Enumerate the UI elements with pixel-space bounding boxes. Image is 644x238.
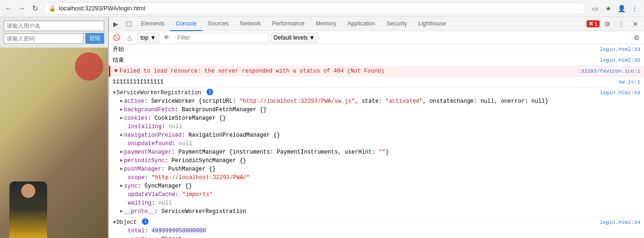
sw-prop-onupdatefound: onupdatefound : null	[113, 140, 640, 148]
sw-prop-navpreload: ▶ navigationPreload : NavigationPreloadM…	[113, 131, 640, 140]
lock-icon: 🔒	[49, 5, 56, 12]
sw-prop-push: ▶ pushManager : PushManager {}	[113, 165, 640, 173]
default-levels-select[interactable]: Default levels ▼	[271, 33, 318, 43]
levels-dropdown-arrow: ▼	[309, 34, 315, 41]
log-text: 开始	[113, 45, 595, 54]
eye-icon-button[interactable]: 👁	[161, 32, 173, 43]
image-decoration	[75, 52, 103, 81]
more-button[interactable]: ⋮	[629, 3, 640, 14]
toolbar-right: ✖ 1 ⚙ ⋮ ✕	[586, 17, 644, 31]
expand-arrow[interactable]: ▶	[110, 91, 118, 94]
context-select[interactable]: top ▼	[137, 33, 159, 43]
sw-prop-periodicsync: ▶ periodicSync : PeriodicSyncManager {}	[113, 156, 640, 165]
tab-lighthouse[interactable]: Lighthouse	[413, 17, 452, 31]
sw-prop-active: ▶ active : ServiceWorker {scriptURL: "ht…	[113, 97, 640, 106]
error-badge: ✖ 1	[586, 20, 600, 27]
error-text: Failed to load resource: the server resp…	[120, 67, 573, 75]
service-worker-registration-block: ▶ ServiceWorkerRegistration i login.html…	[109, 88, 644, 217]
username-input[interactable]	[4, 21, 104, 31]
sw-reg-source[interactable]: login.html:53	[600, 89, 640, 97]
forward-button[interactable]: →	[17, 4, 26, 13]
console-error-line: ✖ Failed to load resource: the server re…	[109, 66, 644, 77]
tab-application[interactable]: Application	[342, 17, 381, 31]
tab-performance[interactable]: Performance	[266, 17, 310, 31]
browser-chrome: ← → ↻ 🔒 localhost:32293/PWA/login.html ▭…	[0, 0, 644, 17]
reload-button[interactable]: ↻	[30, 4, 40, 13]
info-icon-obj: i	[142, 218, 149, 225]
settings-button[interactable]: ⚙	[601, 17, 614, 31]
obj-total-val: 4999999950000000	[151, 227, 206, 235]
console-settings-button[interactable]: ⚙	[631, 32, 642, 43]
devtools-panel: ▶ ☐ Elements Console Sources Network Per…	[108, 17, 644, 238]
inspect-element-button[interactable]: ▶	[109, 17, 122, 31]
expand-arrow-nav[interactable]: ▶	[120, 131, 123, 140]
image-head	[21, 184, 35, 198]
expand-arrow-bg[interactable]: ▶	[120, 106, 123, 114]
main-area: 登陆 ▶ ☐ Elements Console Sources	[0, 17, 644, 238]
tab-network[interactable]: Network	[234, 17, 266, 31]
expand-arrow-sync[interactable]: ▶	[120, 182, 123, 190]
obj-source[interactable]: login.html:34	[600, 218, 640, 227]
bookmark-button[interactable]: ★	[603, 3, 614, 14]
console-log-line: 111111111111111 sw.js:1	[109, 77, 644, 88]
address-bar[interactable]: 🔒 localhost:32293/PWA/login.html	[43, 2, 586, 15]
log-source-3[interactable]: sw.js:1	[619, 78, 640, 86]
back-button[interactable]: ←	[4, 4, 13, 13]
error-circle-icon: ✖	[114, 67, 118, 75]
error-source[interactable]: :32293/favicon.ico:1	[578, 67, 640, 75]
obj-prop-proto: ▶ __proto__ : Object	[113, 235, 640, 238]
expand-arrow-payment[interactable]: ▶	[120, 148, 123, 156]
console-output[interactable]: 开始 login.html:33 结束 login.html:35 ✖ Fail…	[109, 44, 644, 238]
account-button[interactable]: 👤	[616, 3, 627, 14]
filter-input[interactable]	[174, 33, 269, 43]
more-options-button[interactable]: ⋮	[615, 17, 628, 31]
expand-arrow-cookies[interactable]: ▶	[120, 114, 123, 123]
tab-elements[interactable]: Elements	[135, 17, 170, 31]
log-text: 111111111111111	[113, 78, 614, 86]
sw-prop-installing: installing : null	[113, 123, 640, 131]
error-count: 1	[594, 21, 597, 27]
sw-prop-cookies: ▶ cookies : CookieStoreManager {}	[113, 114, 640, 123]
tab-security[interactable]: Security	[381, 17, 413, 31]
tab-sources[interactable]: Sources	[202, 17, 234, 31]
tab-memory[interactable]: Memory	[310, 17, 342, 31]
console-toolbar: 🚫 △ top ▼ 👁 Default levels ▼ ⚙	[109, 31, 644, 44]
password-input[interactable]	[4, 33, 83, 44]
close-devtools-button[interactable]: ✕	[629, 17, 642, 31]
tab-console[interactable]: Console	[170, 17, 202, 31]
login-button[interactable]: 登陆	[85, 33, 104, 44]
clear-console-button[interactable]: 🚫	[111, 32, 122, 43]
sw-reg-label: ServiceWorkerRegistration	[116, 89, 205, 97]
context-label: top	[140, 34, 149, 41]
cast-icon-btn[interactable]: ▭	[589, 3, 601, 14]
sw-prop-sync: ▶ sync : SyncManager {}	[113, 182, 640, 190]
error-icon: ✖	[589, 21, 593, 27]
webpage-image	[0, 48, 108, 238]
url-text: localhost:32293/PWA/login.html	[59, 5, 145, 12]
sw-prop-scope: scope : "http://localhost:32293/PWA/"	[113, 173, 640, 182]
default-levels-label: Default levels	[274, 34, 308, 41]
expand-arrow-proto-obj[interactable]: ▶	[120, 235, 123, 238]
service-worker-registration-header: ▶ ServiceWorkerRegistration i login.html…	[113, 89, 640, 97]
expand-arrow-push[interactable]: ▶	[120, 165, 123, 173]
sw-prop-update-via-cache: updateViaCache : "imports"	[113, 190, 640, 199]
sw-prop-waiting: waiting : null	[113, 199, 640, 207]
log-source-0[interactable]: login.html:33	[600, 45, 640, 54]
filter-button[interactable]: △	[124, 32, 135, 43]
sw-prop-proto: ▶ __proto__ : ServiceWorkerRegistration	[113, 207, 640, 216]
obj-label: Object	[116, 218, 140, 227]
expand-arrow-periodic[interactable]: ▶	[120, 156, 123, 165]
devtools-tabs: Elements Console Sources Network Perform…	[135, 17, 586, 31]
expand-arrow-obj[interactable]: ▶	[110, 221, 118, 224]
log-text: 结束	[113, 56, 595, 65]
object-header: ▶ Object i login.html:34	[113, 218, 640, 227]
webpage-panel: 登陆	[0, 17, 108, 238]
expand-arrow-active[interactable]: ▶	[120, 97, 123, 106]
sw-prop-backgroundfetch: ▶ backgroundFetch : BackgroundFetchManag…	[113, 106, 640, 114]
devtools-toolbar: ▶ ☐ Elements Console Sources Network Per…	[109, 17, 644, 31]
expand-arrow-proto-sw[interactable]: ▶	[120, 207, 123, 216]
sw-prop-payment: ▶ paymentManager : PaymentManager {instr…	[113, 148, 640, 156]
object-block: ▶ Object i login.html:34 total : 4999999…	[109, 217, 644, 238]
log-source-1[interactable]: login.html:35	[600, 56, 640, 65]
device-toolbar-button[interactable]: ☐	[122, 17, 135, 31]
